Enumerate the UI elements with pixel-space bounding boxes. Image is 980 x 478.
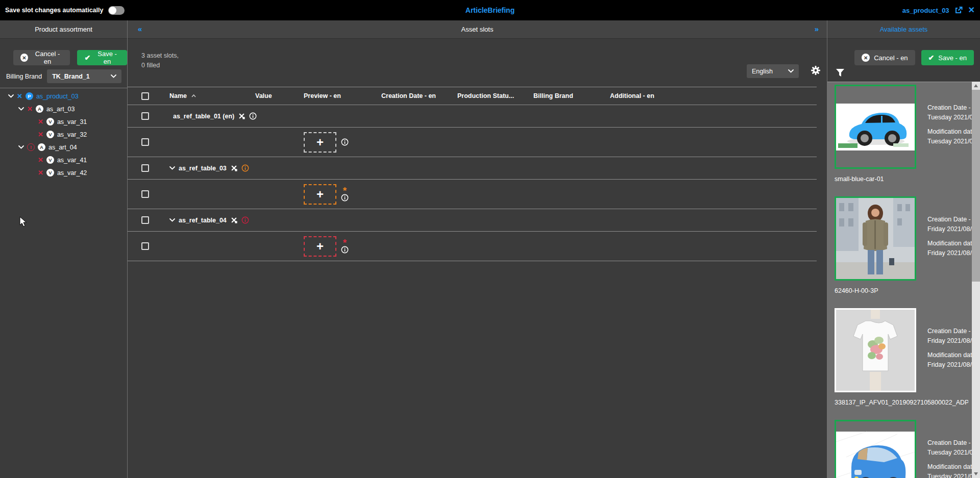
column-additional[interactable]: Additional - en [610,92,817,99]
cancel-x-icon: ✕ [862,54,870,62]
variant-badge: V [46,118,54,125]
language-value: English [752,68,773,75]
remove-icon[interactable]: ✕ [27,106,33,112]
asset-card-jacket[interactable]: Creation Date - en Friday 2021/08/06 Mod… [835,196,980,294]
asset-card-small-blue-car[interactable]: Creation Date - en Tuesday 2021/0... Mod… [835,85,980,183]
column-billing-brand[interactable]: Billing Brand [533,92,610,99]
asset-name: 338137_IP_AFV01_20190927105800022_ADP... [835,399,968,406]
save-button[interactable]: ✔ Save - en [77,50,127,65]
cancel-button-label: Cancel - en [32,50,63,65]
group-name: as_ref_table_01 (en) [173,113,234,120]
tree-item-as-art-04[interactable]: ! A as_art_04 [0,141,128,154]
save-button[interactable]: ✔ Save - en [921,50,974,65]
billing-brand-select[interactable]: TK_Brand_1 [47,69,121,83]
cancel-button[interactable]: ✕ Cancel - en [13,50,70,65]
cancel-x-icon: ✕ [20,54,28,62]
chevron-down-icon[interactable] [169,218,175,222]
remove-icon[interactable]: ✕ [38,169,43,176]
filter-icon[interactable] [836,68,845,77]
asset-thumbnail-selected[interactable] [835,196,916,281]
asset-card-blue-car-2[interactable]: Creation Date - en Tuesday 2021/0... Mod… [835,420,980,478]
asset-thumbnail[interactable] [835,308,916,392]
tree-item-as-var-31[interactable]: ✕ V as_var_31 [0,115,128,128]
save-check-icon: ✔ [928,54,935,62]
column-creation-date[interactable]: Creation Date - en [381,92,457,99]
slot-row: + * [128,232,817,261]
product-badge: P [26,92,33,100]
asset-thumbnail-selected[interactable] [835,420,916,478]
group-row-as-ref-table-04: as_ref_table_04 [128,209,817,232]
row-checkbox[interactable] [141,216,149,224]
tree-item-label: as_product_03 [36,93,79,100]
blue-car-image [836,86,915,167]
info-icon[interactable] [249,112,257,120]
scroll-down-icon[interactable] [972,470,980,478]
error-info-icon[interactable] [241,216,249,224]
column-production-status[interactable]: Production Statu... [457,92,533,99]
select-all-checkbox[interactable] [141,92,149,100]
tree-item-as-var-32[interactable]: ✕ V as_var_32 [0,128,128,141]
slot-row: + [128,128,817,157]
article-badge: A [38,143,45,151]
column-value[interactable]: Value [255,92,304,99]
billing-brand-value: TK_Brand_1 [52,73,90,80]
asset-card-tshirt[interactable]: Creation Date - en Friday 2021/08/06 Mod… [835,308,980,406]
tree-item-as-var-42[interactable]: ✕ V as_var_42 [0,166,128,179]
info-icon[interactable] [341,194,349,202]
asset-slots-title: Asset slots [461,26,494,33]
row-checkbox[interactable] [141,242,149,250]
blue-car-rear-image [836,421,915,478]
tree-item-label: as_var_31 [57,118,87,125]
scrollbar-thumb[interactable] [972,90,980,282]
add-asset-button[interactable]: + [304,184,336,205]
asset-list: Creation Date - en Tuesday 2021/0... Mod… [827,82,980,478]
cancel-button[interactable]: ✕ Cancel - en [854,50,915,65]
row-checkbox[interactable] [141,164,149,172]
asset-thumbnail-selected[interactable] [835,85,916,169]
unlink-icon [230,164,238,172]
add-asset-button[interactable]: + [304,236,336,257]
settings-gear-icon[interactable] [811,65,821,76]
info-icon[interactable] [341,138,349,146]
variant-badge: V [46,131,54,138]
close-icon[interactable]: ✕ [968,6,975,14]
warning-info-icon[interactable] [241,164,249,172]
tree-item-as-product-03[interactable]: ✕ P as_product_03 [0,90,128,103]
row-checkbox[interactable] [141,138,149,146]
tree-item-as-art-03[interactable]: ✕ A as_art_03 [0,103,128,115]
collapse-left-icon[interactable]: « [138,24,142,33]
tree-item-label: as_art_04 [48,144,77,151]
info-icon[interactable] [341,246,349,254]
scroll-up-icon[interactable] [972,82,980,90]
language-select[interactable]: English [747,64,799,78]
remove-icon[interactable]: ✕ [38,131,43,138]
plus-icon: + [316,136,324,148]
assets-scrollbar[interactable] [972,82,980,478]
asset-slots-table: Name Value Preview - en Creation Date - … [128,87,817,261]
product-assortment-header: Product assortment [0,20,127,39]
tree-item-label: as_var_42 [57,169,87,177]
divider [0,88,128,88]
remove-icon[interactable]: ✕ [38,118,43,125]
asset-slots-panel: « Asset slots » 3 asset slots, 0 filled … [128,20,827,478]
available-assets-title: Available assets [880,26,928,33]
row-checkbox[interactable] [141,190,149,198]
chevron-down-icon[interactable] [169,166,175,170]
slots-summary-line2: 0 filled [141,61,179,70]
column-name[interactable]: Name [169,92,187,99]
warning-icon: ! [27,143,35,151]
group-row-as-ref-table-03: as_ref_table_03 [128,157,817,180]
remove-icon[interactable]: ✕ [17,93,22,99]
row-checkbox[interactable] [141,112,149,120]
sort-ascending-icon [191,94,196,97]
add-asset-button[interactable]: + [304,132,336,153]
column-preview[interactable]: Preview - en [304,92,381,99]
remove-icon[interactable]: ✕ [38,157,43,163]
asset-name: 62460-H-00-3P [835,287,968,294]
tree-item-as-var-41[interactable]: ✕ V as_var_41 [0,154,128,166]
available-assets-header: Available assets [827,20,980,39]
unlink-icon [238,112,246,120]
collapse-right-icon[interactable]: » [815,24,819,33]
app-title: ArticleBriefing [0,6,980,14]
open-external-icon[interactable] [954,6,963,14]
